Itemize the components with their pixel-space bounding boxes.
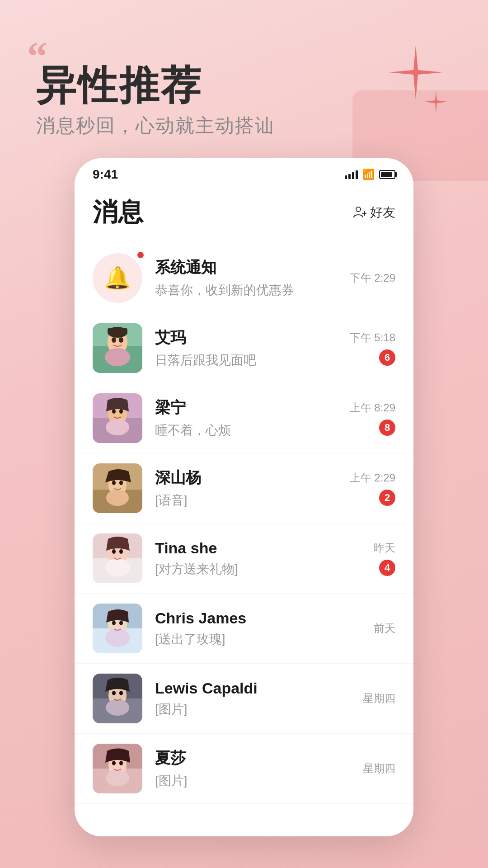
friend-button[interactable]: 好友: [353, 204, 395, 221]
svg-point-8: [119, 337, 123, 343]
message-preview: [图片]: [155, 701, 358, 718]
message-time: 星期四: [363, 761, 395, 776]
svg-point-33: [112, 621, 116, 625]
svg-point-26: [105, 558, 130, 576]
person-icon: [353, 206, 366, 219]
message-time: 昨天: [374, 541, 395, 555]
svg-point-7: [112, 337, 116, 343]
list-item[interactable]: 艾玛 日落后跟我见面吧 下午 5:18 6: [75, 313, 413, 383]
avatar-system: 🔔: [93, 253, 142, 303]
message-time: 上午 2:29: [350, 471, 395, 485]
svg-point-28: [119, 549, 123, 554]
status-bar: 9:41 📶: [75, 158, 413, 186]
message-meta: 下午 5:18 6: [350, 330, 395, 366]
message-preview: [对方送来礼物]: [155, 561, 369, 578]
svg-point-15: [112, 409, 116, 414]
contact-name: 夏莎: [155, 748, 358, 769]
signal-icon: [345, 170, 358, 179]
svg-point-32: [105, 629, 130, 647]
avatar-wrapper-aima: [93, 323, 142, 373]
svg-point-34: [119, 621, 123, 625]
svg-point-38: [106, 699, 129, 716]
contact-name: Tina she: [155, 539, 369, 557]
unread-dot: [136, 251, 145, 259]
unread-badge: 2: [379, 490, 395, 506]
avatar-tinashe: [93, 533, 142, 583]
sparkle-small-icon: [425, 90, 447, 113]
message-preview: [图片]: [155, 772, 358, 789]
friend-label: 好友: [370, 204, 395, 221]
status-time: 9:41: [93, 167, 118, 182]
list-item[interactable]: 深山杨 [语音] 上午 2:29 2: [75, 453, 413, 524]
svg-point-44: [106, 770, 129, 786]
svg-point-40: [119, 691, 123, 695]
avatar-wrapper-tinashe: [93, 533, 142, 583]
contact-name: 系统通知: [155, 257, 345, 278]
avatar-shenshanyang: [93, 463, 142, 513]
svg-point-21: [112, 481, 116, 485]
contact-name: 梁宁: [155, 397, 345, 418]
list-item[interactable]: Chris James [送出了玫瑰] 前天: [75, 594, 413, 664]
message-time: 下午 2:29: [350, 271, 395, 285]
app-header: 消息 好友: [75, 186, 413, 243]
message-preview: [语音]: [155, 492, 345, 509]
message-content-tinashe: Tina she [对方送来礼物]: [155, 539, 369, 578]
message-time: 星期四: [363, 691, 395, 706]
message-content-chrisjames: Chris James [送出了玫瑰]: [155, 609, 369, 648]
message-content-liangning: 梁宁 睡不着，心烦: [155, 397, 345, 439]
svg-point-0: [356, 207, 361, 212]
list-item[interactable]: 梁宁 睡不着，心烦 上午 8:29 8: [75, 383, 413, 453]
message-content-aima: 艾玛 日落后跟我见面吧: [155, 327, 345, 369]
message-time: 上午 8:29: [350, 401, 395, 415]
avatar-chrisjames: [93, 604, 142, 653]
page-title: 消息: [93, 195, 143, 230]
list-item[interactable]: 夏莎 [图片] 星期四: [75, 734, 413, 804]
message-time: 前天: [374, 621, 395, 636]
avatar-liangning: [93, 393, 142, 443]
avatar-lewiscapaldi: [93, 674, 142, 723]
avatar-wrapper-xiasha: [93, 744, 142, 793]
avatar-aima: [93, 323, 142, 373]
svg-point-39: [112, 691, 116, 695]
avatar-wrapper-shenshanyang: [93, 463, 142, 513]
bell-icon: 🔔: [104, 265, 131, 291]
svg-rect-10: [108, 328, 127, 335]
avatar-wrapper-chrisjames: [93, 604, 142, 653]
contact-name: 艾玛: [155, 327, 345, 348]
contact-name: Chris James: [155, 609, 369, 627]
message-meta: 昨天 4: [374, 541, 395, 576]
unread-badge: 8: [379, 420, 395, 436]
list-item[interactable]: Lewis Capaldi [图片] 星期四: [75, 664, 413, 734]
message-time: 下午 5:18: [350, 330, 395, 345]
message-preview: 恭喜你，收到新的优惠券: [155, 282, 345, 299]
message-meta: 下午 2:29: [350, 271, 395, 285]
avatar-wrapper-system: 🔔: [93, 253, 142, 303]
message-content-shenshanyang: 深山杨 [语音]: [155, 467, 345, 509]
svg-point-6: [105, 348, 130, 366]
contact-name: 深山杨: [155, 467, 345, 488]
list-item[interactable]: Tina she [对方送来礼物] 昨天 4: [75, 524, 413, 594]
hero-title: 异性推荐: [36, 59, 202, 113]
message-preview: 睡不着，心烦: [155, 422, 345, 439]
wifi-icon: 📶: [362, 169, 375, 180]
avatar-xiasha: [93, 744, 142, 793]
message-content-system: 系统通知 恭喜你，收到新的优惠券: [155, 257, 345, 299]
avatar-wrapper-liangning: [93, 393, 142, 443]
svg-point-45: [112, 761, 116, 765]
message-list: 🔔 系统通知 恭喜你，收到新的优惠券 下午 2:29: [75, 243, 413, 804]
message-meta: 星期四: [363, 761, 395, 776]
message-content-xiasha: 夏莎 [图片]: [155, 748, 358, 789]
unread-badge: 4: [379, 560, 395, 576]
message-preview: [送出了玫瑰]: [155, 631, 369, 648]
unread-badge: 6: [379, 349, 395, 366]
message-meta: 星期四: [363, 691, 395, 706]
message-meta: 前天: [374, 621, 395, 636]
battery-icon: [379, 170, 395, 179]
list-item[interactable]: 🔔 系统通知 恭喜你，收到新的优惠券 下午 2:29: [75, 243, 413, 313]
svg-point-27: [112, 549, 116, 554]
contact-name: Lewis Capaldi: [155, 679, 358, 697]
status-icons: 📶: [345, 169, 395, 180]
avatar-wrapper-lewiscapaldi: [93, 674, 142, 723]
svg-point-20: [106, 490, 129, 506]
message-meta: 上午 8:29 8: [350, 401, 395, 436]
